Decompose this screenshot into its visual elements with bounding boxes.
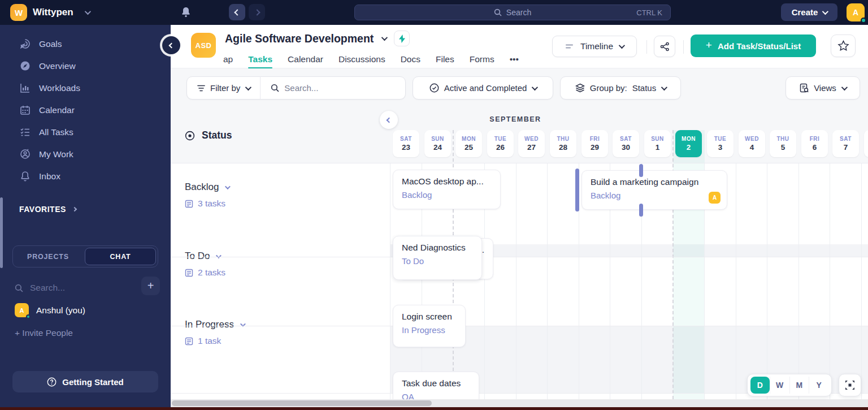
project-title-chevron-icon[interactable] bbox=[381, 34, 388, 41]
nav-forward-button[interactable] bbox=[249, 4, 265, 20]
task-search-input[interactable]: Search... bbox=[261, 77, 328, 99]
user-avatar[interactable]: A bbox=[847, 3, 865, 21]
grid-column-line bbox=[736, 163, 736, 399]
day-cell[interactable]: TUE26 bbox=[487, 130, 514, 157]
invite-people-link[interactable]: + Invite People bbox=[15, 328, 73, 338]
day-cell[interactable]: THU5 bbox=[770, 130, 796, 157]
sidebar-item-calendar[interactable]: Calendar bbox=[0, 99, 171, 121]
day-cell[interactable]: FRI6 bbox=[801, 130, 828, 157]
task-card-ned-diagnostics[interactable]: Ned Diagnostics To Do bbox=[393, 236, 482, 280]
sidebar-item-inbox[interactable]: Inbox bbox=[0, 165, 171, 187]
group-by-dropdown[interactable]: Group by: Status bbox=[560, 76, 681, 100]
task-list-icon bbox=[185, 200, 193, 208]
day-cell[interactable]: SAT30 bbox=[613, 130, 639, 157]
sidebar-item-my-work[interactable]: My Work bbox=[0, 143, 171, 165]
filter-icon bbox=[197, 85, 205, 92]
group-title-row[interactable]: In Progress bbox=[185, 319, 244, 330]
day-cell[interactable]: SUN24 bbox=[424, 130, 451, 157]
tab-roadmap-truncated[interactable]: ap bbox=[223, 50, 233, 68]
tabs-overflow-menu[interactable]: ••• bbox=[510, 50, 519, 68]
filter-by-dropdown[interactable]: Filter by bbox=[187, 77, 260, 99]
sidebar-item-overview[interactable]: Overview bbox=[0, 55, 171, 77]
card-drag-bar[interactable] bbox=[575, 169, 579, 212]
task-title: Build a marketing campaign bbox=[591, 177, 718, 187]
card-resize-handle-bottom[interactable] bbox=[639, 204, 643, 217]
tab-files[interactable]: Files bbox=[436, 50, 454, 68]
zoom-month-button[interactable]: M bbox=[789, 377, 809, 394]
views-dropdown[interactable]: Views bbox=[785, 76, 860, 100]
sidebar-scrollbar[interactable] bbox=[0, 197, 3, 268]
card-resize-handle-top[interactable] bbox=[639, 164, 643, 177]
nav-back-button[interactable] bbox=[229, 4, 245, 20]
timeline-scroll-left-button[interactable] bbox=[380, 111, 398, 129]
tab-discussions[interactable]: Discussions bbox=[338, 50, 385, 68]
day-cell[interactable]: FRI29 bbox=[581, 130, 608, 157]
view-selector-dropdown[interactable]: Timeline bbox=[552, 36, 637, 57]
zoom-year-button[interactable]: Y bbox=[809, 377, 828, 394]
zoom-week-button[interactable]: W bbox=[770, 377, 789, 394]
group-name: In Progress bbox=[185, 319, 234, 330]
project-title-row: Agile Software Development bbox=[225, 31, 410, 46]
automation-bolt-button[interactable] bbox=[394, 31, 410, 46]
tab-chat[interactable]: CHAT bbox=[85, 248, 156, 265]
sidebar-item-label: Workloads bbox=[39, 83, 80, 93]
day-cell[interactable]: WED4 bbox=[739, 130, 765, 157]
search-icon bbox=[271, 84, 279, 92]
project-avatar[interactable]: ASD bbox=[191, 33, 216, 58]
group-by-status-header[interactable]: Status bbox=[185, 130, 232, 141]
favorites-section[interactable]: FAVORITES bbox=[19, 205, 76, 214]
task-card-macos[interactable]: MacOS desktop ap... Backlog bbox=[393, 170, 501, 209]
group-title-row[interactable]: Backlog bbox=[185, 182, 229, 193]
fullscreen-expand-icon bbox=[845, 380, 855, 390]
group-count-row[interactable]: 2 tasks bbox=[185, 267, 225, 278]
chat-user-row[interactable]: A Anshul (you) bbox=[15, 303, 85, 317]
window-bottom-edge bbox=[0, 407, 868, 410]
overview-compass-icon bbox=[19, 61, 31, 71]
sidebar-collapse-button[interactable] bbox=[162, 36, 180, 54]
horizontal-scrollbar[interactable] bbox=[171, 399, 868, 407]
filter-search-group: Filter by Search... bbox=[186, 76, 406, 100]
sidebar-item-goals[interactable]: Goals bbox=[0, 33, 171, 55]
scrollbar-thumb[interactable] bbox=[172, 400, 432, 406]
assignee-avatar[interactable]: A bbox=[709, 192, 721, 204]
new-chat-button[interactable]: + bbox=[141, 277, 160, 295]
create-button[interactable]: Create bbox=[781, 3, 837, 21]
day-cell[interactable]: TUE3 bbox=[707, 130, 734, 157]
app-name[interactable]: Wittypen bbox=[33, 7, 73, 18]
add-task-status-list-button[interactable]: + Add Task/Status/List bbox=[691, 34, 816, 57]
sidebar-item-all-tasks[interactable]: All Tasks bbox=[0, 121, 171, 143]
main-content: ASD Agile Software Development ap Tasks … bbox=[171, 25, 868, 410]
notifications-bell-icon[interactable] bbox=[181, 7, 191, 18]
group-count-row[interactable]: 3 tasks bbox=[185, 198, 229, 209]
app-logo[interactable]: W bbox=[10, 4, 27, 21]
sidebar-item-workloads[interactable]: Workloads bbox=[0, 77, 171, 99]
day-cell[interactable]: WED27 bbox=[518, 130, 545, 157]
day-cell-partial[interactable] bbox=[864, 130, 868, 157]
zoom-day-button[interactable]: D bbox=[750, 377, 770, 394]
day-cell-today[interactable]: MON2 bbox=[675, 130, 702, 157]
tab-tasks[interactable]: Tasks bbox=[248, 50, 272, 68]
global-search-input[interactable]: Search CTRL K bbox=[354, 5, 671, 20]
day-cell[interactable]: MON25 bbox=[455, 130, 482, 157]
fullscreen-button[interactable] bbox=[839, 374, 861, 396]
tab-projects[interactable]: PROJECTS bbox=[13, 246, 83, 267]
day-cell[interactable]: SAT7 bbox=[832, 130, 859, 157]
day-cell[interactable]: THU28 bbox=[550, 130, 576, 157]
status-filter-dropdown[interactable]: Active and Completed bbox=[413, 76, 553, 100]
getting-started-button[interactable]: Getting Started bbox=[12, 371, 158, 392]
group-title-row[interactable]: To Do bbox=[185, 251, 225, 262]
tab-docs[interactable]: Docs bbox=[401, 50, 420, 68]
day-cell[interactable]: SAT23 bbox=[393, 130, 419, 157]
task-card-login-screen[interactable]: Login screen In Progress bbox=[393, 305, 466, 347]
task-card-marketing[interactable]: Build a marketing campaign Backlog A bbox=[581, 170, 727, 210]
day-cell[interactable]: SUN1 bbox=[644, 130, 671, 157]
views-doc-icon bbox=[800, 83, 809, 93]
group-count-row[interactable]: 1 task bbox=[185, 336, 244, 346]
share-button[interactable] bbox=[654, 36, 675, 57]
app-switcher-chevron-icon[interactable] bbox=[85, 8, 91, 15]
tab-forms[interactable]: Forms bbox=[470, 50, 494, 68]
sidebar-search-input[interactable]: Search... bbox=[15, 278, 156, 297]
tab-calendar[interactable]: Calendar bbox=[288, 50, 323, 68]
favorite-star-button[interactable] bbox=[831, 34, 856, 57]
task-title: MacOS desktop ap... bbox=[402, 176, 492, 187]
